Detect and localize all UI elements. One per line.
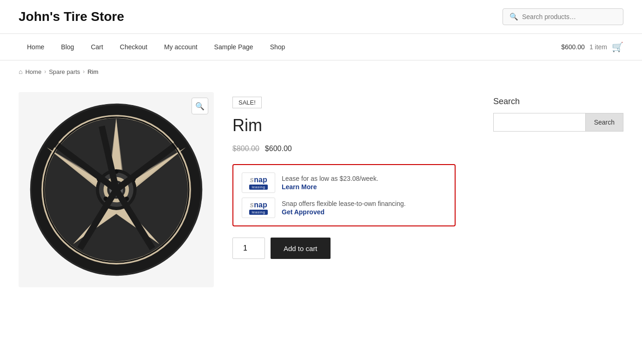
product-image — [19, 92, 214, 287]
product-title: Rim — [232, 116, 475, 135]
snap-lease-info-2: Snap offers flexible lease-to-own financ… — [282, 200, 406, 216]
zoom-icon: 🔍 — [195, 102, 205, 111]
snap-leasing-badge-2: leasing — [249, 210, 268, 215]
snap-s-2: s — [250, 201, 254, 209]
snap-logo-1: snap leasing — [242, 172, 275, 193]
breadcrumb-current: Rim — [87, 68, 98, 75]
snap-logo-2: snap leasing — [242, 198, 275, 218]
breadcrumb-sep-1: › — [44, 68, 46, 75]
nav-blog[interactable]: Blog — [53, 34, 82, 60]
cart-summary[interactable]: $600.00 1 item 🛒 — [561, 41, 623, 53]
breadcrumb-sep-2: › — [83, 68, 85, 75]
cart-icon[interactable]: 🛒 — [612, 41, 623, 53]
breadcrumb-category[interactable]: Spare parts — [49, 68, 80, 75]
breadcrumb-home[interactable]: Home — [25, 68, 41, 75]
home-icon: ⌂ — [19, 68, 22, 75]
snap-logo-text-1: snap — [250, 176, 267, 184]
nav-checkout[interactable]: Checkout — [112, 34, 156, 60]
nav-cart[interactable]: Cart — [82, 34, 111, 60]
nav-home[interactable]: Home — [19, 34, 53, 60]
main-content: 🔍 SALE! Rim $800.00 $600.00 snap leasi — [0, 83, 642, 297]
wheel-svg — [26, 99, 207, 280]
search-icon: 🔍 — [510, 13, 518, 21]
snap-row-2: snap leasing Snap offers flexible lease-… — [242, 198, 446, 218]
snap-learn-more-link[interactable]: Learn More — [282, 183, 378, 191]
sidebar-search-input[interactable] — [493, 113, 585, 132]
cart-count: 1 item — [589, 43, 607, 51]
quantity-input[interactable] — [232, 238, 265, 259]
snap-flexible-text: Snap offers flexible lease-to-own financ… — [282, 200, 406, 207]
snap-leasing-box: snap leasing Lease for as low as $23.08/… — [232, 164, 456, 226]
sidebar-search-button[interactable]: Search — [585, 113, 623, 132]
sale-badge: SALE! — [232, 97, 262, 108]
snap-row-1: snap leasing Lease for as low as $23.08/… — [242, 172, 446, 193]
product-info: SALE! Rim $800.00 $600.00 snap leasing — [232, 92, 475, 287]
snap-logo-text-2: snap — [250, 201, 267, 209]
product-search-bar: 🔍 — [503, 8, 623, 25]
breadcrumb: ⌂ Home › Spare parts › Rim — [0, 60, 642, 83]
sidebar-search-row: Search — [493, 113, 623, 132]
nav-sample-page[interactable]: Sample Page — [206, 34, 262, 60]
snap-lease-text: Lease for as low as $23.08/week. — [282, 175, 378, 182]
snap-nap-2: nap — [254, 201, 267, 209]
snap-nap-1: nap — [254, 176, 267, 184]
add-to-cart-button[interactable]: Add to cart — [271, 238, 331, 259]
original-price: $800.00 — [232, 145, 259, 153]
snap-lease-info-1: Lease for as low as $23.08/week. Learn M… — [282, 175, 378, 191]
site-title: John's Tire Store — [19, 9, 124, 24]
nav-my-account[interactable]: My account — [156, 34, 206, 60]
snap-leasing-badge-1: leasing — [249, 185, 268, 190]
nav-links: Home Blog Cart Checkout My account Sampl… — [19, 34, 293, 60]
price-row: $800.00 $600.00 — [232, 145, 475, 153]
main-nav: Home Blog Cart Checkout My account Sampl… — [0, 34, 642, 60]
zoom-button[interactable]: 🔍 — [192, 98, 208, 114]
snap-get-approved-link[interactable]: Get Approved — [282, 208, 406, 216]
product-image-wrap: 🔍 — [19, 92, 214, 287]
sale-price: $600.00 — [265, 145, 292, 153]
cart-total: $600.00 — [561, 43, 585, 51]
nav-shop[interactable]: Shop — [262, 34, 294, 60]
add-to-cart-row: Add to cart — [232, 238, 475, 259]
sidebar: Search Search — [493, 92, 623, 287]
site-header: John's Tire Store 🔍 — [0, 0, 642, 34]
product-section: 🔍 SALE! Rim $800.00 $600.00 snap leasi — [19, 92, 475, 287]
snap-s-1: s — [250, 176, 254, 184]
sidebar-search-title: Search — [493, 97, 623, 106]
product-search-input[interactable] — [522, 13, 616, 20]
